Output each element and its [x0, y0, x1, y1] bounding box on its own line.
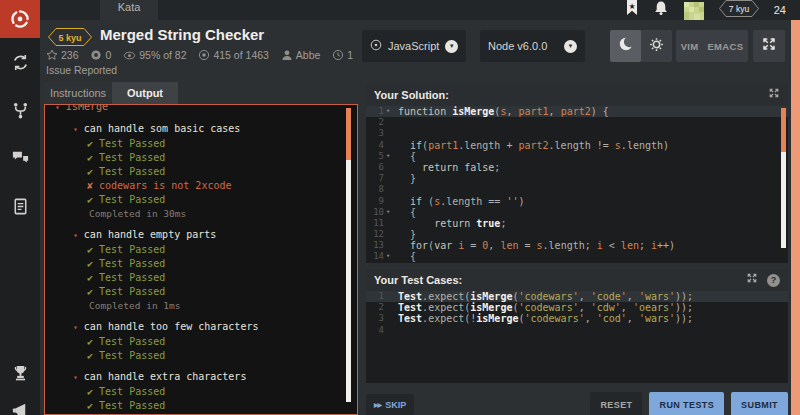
editor-mode-group: VIM EMACS: [676, 30, 748, 62]
code-line[interactable]: 14▾ {: [366, 251, 788, 262]
solution-editor[interactable]: 1▾function isMerge(s, part1, part2) {234…: [366, 106, 788, 263]
submit-button[interactable]: SUBMIT: [731, 392, 788, 415]
test-group-header[interactable]: ▾ can handle extra characters: [45, 370, 357, 385]
skip-button[interactable]: ▶▶ SKIP: [366, 394, 414, 415]
code-line[interactable]: 13 for(var i = 0, len = s.length; i < le…: [366, 240, 788, 251]
fold-marker-icon: [384, 162, 394, 173]
line-number: 2: [366, 117, 384, 128]
stat-author[interactable]: Abbe: [281, 49, 323, 61]
test-group-header[interactable]: ▾ can handle som basic cases: [45, 122, 357, 137]
test-groups: ▾ can handle som basic cases✔ Test Passe…: [45, 122, 357, 413]
avatar[interactable]: [684, 2, 704, 22]
line-number: 4: [366, 140, 384, 151]
fullscreen-expand-icon: [761, 36, 777, 56]
reset-button[interactable]: RESET: [590, 392, 642, 415]
action-buttons: RESET RUN TESTS SUBMIT: [590, 392, 788, 415]
user-rank-badge[interactable]: 7 kyu: [719, 0, 759, 21]
discussions-chat-icon[interactable]: [10, 147, 30, 167]
fold-marker-icon: [384, 302, 394, 313]
fold-marker-icon[interactable]: ▾: [384, 207, 394, 218]
code-line[interactable]: 1Test.expect(isMerge('codewars', 'code',…: [366, 291, 788, 302]
chevron-down-icon: ▼: [564, 40, 577, 53]
code-text: Test.expect(isMerge('codewars', 'cdw', '…: [394, 302, 693, 313]
test-group: ▾ can handle too few characters✔ Test Pa…: [45, 320, 357, 363]
code-line[interactable]: 8: [366, 184, 788, 195]
line-number: 12: [366, 229, 384, 240]
stat-stars: 236: [46, 49, 81, 61]
fold-marker-icon: [384, 117, 394, 128]
code-text: return true;: [394, 218, 506, 229]
code-line[interactable]: 11 return true;: [366, 218, 788, 229]
line-number: 6: [366, 162, 384, 173]
test-group-header[interactable]: ▾ can handle too few characters: [45, 320, 357, 335]
code-line[interactable]: 5▾ {: [366, 151, 788, 162]
expand-icon[interactable]: [768, 84, 780, 106]
javascript-language-icon: [370, 39, 382, 53]
kata-title: Merged String Checker: [100, 26, 264, 43]
fold-marker-icon: [384, 128, 394, 139]
code-line[interactable]: 7 }: [366, 173, 788, 184]
tab-output[interactable]: Output: [112, 82, 178, 104]
test-result-fail: ✘ codewars is not 2xcode: [45, 179, 357, 193]
collapse-triangle-icon: ▾: [55, 104, 60, 112]
code-line[interactable]: 4 if(part1.length + part2.length != s.le…: [366, 140, 788, 151]
kumite-fork-icon[interactable]: [10, 100, 30, 120]
settings-button[interactable]: [641, 30, 672, 62]
leaderboard-trophy-icon[interactable]: [10, 363, 30, 383]
tab-instructions[interactable]: Instructions: [44, 82, 112, 104]
stat-satisfaction: 95% of 82: [123, 49, 189, 61]
help-icon[interactable]: ?: [767, 274, 780, 287]
test-result-pass: ✔ Test Passed: [45, 151, 357, 165]
line-number: 9: [366, 196, 384, 207]
kata-trainer-icon[interactable]: [10, 52, 30, 72]
test-output-panel[interactable]: ▾ isMerge ▾ can handle som basic cases✔ …: [44, 104, 358, 415]
fold-marker-icon[interactable]: ▾: [384, 251, 394, 262]
line-number: 13: [366, 240, 384, 251]
code-line[interactable]: 1▾function isMerge(s, part1, part2) {: [366, 106, 788, 117]
dark-theme-button[interactable]: [610, 30, 641, 62]
test-duration: Completed in 1ms: [45, 299, 357, 313]
code-line[interactable]: 10▾ {: [366, 207, 788, 218]
kata-rank-badge: 5 kyu: [48, 28, 92, 50]
code-line[interactable]: 2Test.expect(isMerge('codewars', 'cdw', …: [366, 302, 788, 313]
fold-marker-icon: [384, 325, 394, 336]
codewars-logo-icon[interactable]: [0, 0, 40, 38]
topbar: Kata ★: [40, 0, 800, 20]
line-number: 5: [366, 151, 384, 162]
test-result-pass: ✔ Test Passed: [45, 271, 357, 285]
vim-mode-button[interactable]: VIM: [681, 41, 699, 52]
sidebar: [0, 0, 40, 415]
emacs-mode-button[interactable]: EMACS: [707, 41, 743, 52]
bookmark-icon[interactable]: ★: [626, 0, 638, 20]
solution-scrollbar-thumb[interactable]: [781, 152, 786, 248]
code-line[interactable]: 4: [366, 325, 788, 336]
test-result-pass: ✔ Test Passed: [45, 257, 357, 271]
fold-marker-icon[interactable]: ▾: [384, 106, 394, 117]
fold-marker-icon[interactable]: ▾: [384, 151, 394, 162]
test-group: ▾ can handle extra characters✔ Test Pass…: [45, 370, 357, 413]
language-select[interactable]: JavaScript ▼: [362, 30, 466, 62]
runtime-select[interactable]: Node v6.0.0 ▼: [480, 30, 585, 62]
test-group: ▾ can handle som basic cases✔ Test Passe…: [45, 122, 357, 221]
test-root[interactable]: ▾ isMerge: [45, 104, 357, 115]
fullscreen-button[interactable]: [753, 30, 785, 62]
announcements-megaphone-icon[interactable]: [10, 400, 30, 415]
line-number: 3: [366, 128, 384, 139]
code-line[interactable]: 6 return false;: [366, 162, 788, 173]
fold-marker-icon: [384, 184, 394, 195]
output-scrollbar-thumb[interactable]: [346, 160, 351, 402]
code-text: [394, 117, 398, 128]
test-group-header[interactable]: ▾ can handle empty parts: [45, 228, 357, 243]
expand-icon[interactable]: [746, 269, 758, 291]
code-line[interactable]: 2: [366, 117, 788, 128]
svg-text:7 kyu: 7 kyu: [729, 4, 750, 14]
code-line[interactable]: 3Test.expect(!isMerge('codewars', 'cod',…: [366, 313, 788, 324]
testcases-editor[interactable]: 1Test.expect(isMerge('codewars', 'code',…: [366, 291, 788, 383]
kata-breadcrumb-tab[interactable]: Kata: [100, 0, 158, 20]
code-line[interactable]: 3: [366, 128, 788, 139]
bell-icon[interactable]: [653, 0, 669, 20]
docs-page-icon[interactable]: [10, 196, 30, 216]
code-line[interactable]: 9 if (s.length == ''): [366, 196, 788, 207]
code-line[interactable]: 12 }: [366, 229, 788, 240]
run-tests-button[interactable]: RUN TESTS: [649, 392, 724, 415]
